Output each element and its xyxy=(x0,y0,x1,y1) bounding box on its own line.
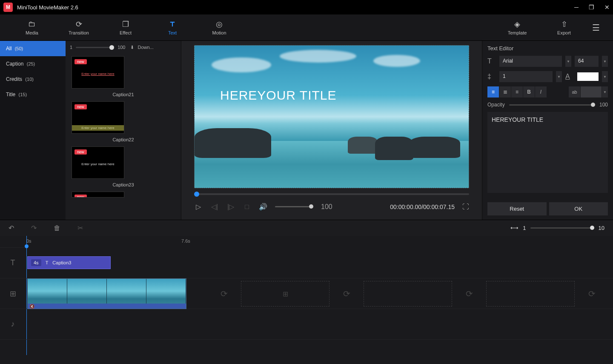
library-item-caption21[interactable]: new Enter your name here Caption21 xyxy=(72,56,175,97)
folder-icon: 🗀 xyxy=(28,20,36,29)
text-clip[interactable]: 4s T Caption3 xyxy=(27,256,111,269)
highlight-color-swatch[interactable] xyxy=(581,86,602,97)
menu-button[interactable]: ☰ xyxy=(587,23,604,33)
redo-button[interactable]: ↷ xyxy=(31,224,37,232)
opacity-slider[interactable] xyxy=(509,104,595,106)
highlight-dropdown-icon[interactable]: ▼ xyxy=(602,86,608,97)
video-track-icon: ⊞ xyxy=(0,278,26,309)
library-toolbar: 1 100 ⬇ Down... xyxy=(66,41,181,54)
clip-mute-icon[interactable]: 🔇 xyxy=(29,304,34,309)
new-badge: new xyxy=(74,59,87,64)
nav-text[interactable]: Text xyxy=(149,20,196,35)
split-button[interactable]: ✂ xyxy=(77,224,83,232)
preview-canvas[interactable]: HEREYOUR TITLE xyxy=(194,45,469,188)
opacity-label: Opacity xyxy=(487,102,505,108)
transition-slot[interactable]: ⟳ xyxy=(211,281,237,307)
new-badge: new xyxy=(74,104,87,109)
volume-icon[interactable]: 🔊 xyxy=(259,203,267,211)
ruler-tick: 0s xyxy=(26,238,32,244)
library-item-caption23[interactable]: new Enter your name here Caption23 xyxy=(72,146,175,187)
text-icon xyxy=(169,20,176,29)
size-dropdown-icon[interactable]: ▼ xyxy=(602,56,608,67)
transition-slot[interactable]: ⟳ xyxy=(334,281,359,307)
nav-template[interactable]: ◈ Template xyxy=(494,20,541,35)
video-track[interactable]: 🔇 ⟳ ⊞ ⟳ ⟳ ⟳ xyxy=(26,278,613,309)
text-track[interactable]: 4s T Caption3 xyxy=(26,248,613,278)
timeline: T ⊞ ♪ 0s 7.6s 4s T Caption3 🔇 ⟳ ⊞ xyxy=(0,236,613,364)
nav-effect[interactable]: ❐ Effect xyxy=(102,20,149,35)
bold-button[interactable]: B xyxy=(523,86,535,97)
font-color-icon: A xyxy=(565,73,574,80)
nav-transition[interactable]: ⟳ Transition xyxy=(55,20,102,35)
category-all[interactable]: All (50) xyxy=(0,41,66,56)
video-clip[interactable]: 🔇 xyxy=(27,278,186,309)
nav-export[interactable]: ⇧ Export xyxy=(541,20,587,35)
category-credits-label: Credits xyxy=(6,76,22,82)
drop-icon: ⊞ xyxy=(283,290,288,298)
nav-text-label: Text xyxy=(168,30,177,35)
thumb-label: Caption22 xyxy=(72,137,175,142)
nav-media-label: Media xyxy=(26,30,38,35)
prev-frame-button[interactable]: ◁| xyxy=(210,203,219,211)
transition-slot[interactable]: ⟳ xyxy=(579,281,604,307)
time-display: 00:00:00.00/00:00:07.15 xyxy=(390,203,455,210)
nav-motion[interactable]: ◎ Motion xyxy=(196,20,243,35)
nav-media[interactable]: 🗀 Media xyxy=(9,20,55,35)
category-title[interactable]: Title (15) xyxy=(0,87,66,102)
scrub-bar[interactable] xyxy=(194,193,469,195)
playback-controls: ▷ ◁| |▷ □ 🔊 100 00:00:00.00/00:00:07.15 … xyxy=(194,203,469,211)
audio-track[interactable] xyxy=(26,309,613,340)
color-dropdown-icon[interactable]: ▼ xyxy=(602,71,608,82)
align-right-button[interactable]: ≡ xyxy=(511,86,523,97)
italic-button[interactable]: I xyxy=(535,86,547,97)
library-item-caption22[interactable]: new Enter your name here Caption22 xyxy=(72,101,175,142)
preview-title-text[interactable]: HEREYOUR TITLE xyxy=(220,88,337,103)
play-button[interactable]: ▷ xyxy=(194,203,203,211)
highlight-button[interactable]: ab xyxy=(569,86,581,97)
timeline-ruler[interactable]: 0s 7.6s xyxy=(26,236,613,248)
fullscreen-button[interactable]: ⛶ xyxy=(462,203,469,211)
video-drop-zone[interactable] xyxy=(364,281,452,307)
download-indicator-icon: ⬇ xyxy=(130,45,134,50)
text-content-input[interactable] xyxy=(487,112,608,193)
category-all-count: (50) xyxy=(15,46,23,51)
ruler-label xyxy=(0,236,26,248)
font-size-input[interactable]: 64 xyxy=(575,56,599,67)
clip-duration: 4s xyxy=(31,259,41,266)
delete-button[interactable]: 🗑 xyxy=(54,224,60,232)
category-caption[interactable]: Caption (25) xyxy=(0,56,66,72)
font-dropdown-icon[interactable]: ▼ xyxy=(565,56,571,67)
reset-button[interactable]: Reset xyxy=(487,202,547,215)
category-credits[interactable]: Credits (10) xyxy=(0,72,66,87)
thumb-label: Caption23 xyxy=(72,182,175,187)
minimize-button[interactable]: ─ xyxy=(574,4,579,11)
volume-slider[interactable] xyxy=(275,206,313,207)
timeline-zoom-max: 10 xyxy=(599,225,604,231)
line-height-select[interactable]: 1 xyxy=(499,71,553,82)
close-button[interactable]: ✕ xyxy=(604,4,610,11)
fit-timeline-icon[interactable]: ⟷ xyxy=(510,225,518,231)
zoom-max: 100 xyxy=(117,45,125,50)
editor-title: Text Editor xyxy=(487,45,608,52)
timeline-zoom-slider[interactable] xyxy=(530,227,594,229)
next-frame-button[interactable]: |▷ xyxy=(226,203,235,211)
font-color-swatch[interactable] xyxy=(577,72,599,81)
thumbnail-zoom-slider[interactable] xyxy=(76,47,114,48)
undo-button[interactable]: ↶ xyxy=(9,224,14,232)
line-dropdown-icon[interactable]: ▼ xyxy=(556,71,562,82)
video-drop-zone[interactable]: ⊞ xyxy=(241,281,329,307)
align-left-button[interactable]: ≡ xyxy=(487,86,499,97)
library-item-partial[interactable]: new xyxy=(72,192,175,198)
ok-button[interactable]: OK xyxy=(549,202,608,215)
line-height-icon: ‡ xyxy=(487,73,496,80)
timeline-zoom-min: 1 xyxy=(523,225,526,231)
maximize-button[interactable]: ❐ xyxy=(589,4,594,11)
video-drop-zone[interactable] xyxy=(486,281,575,307)
thumb-label: Caption21 xyxy=(72,92,175,97)
transition-slot[interactable]: ⟳ xyxy=(456,281,482,307)
font-family-select[interactable]: Arial xyxy=(499,56,562,67)
library-items[interactable]: new Enter your name here Caption21 new E… xyxy=(66,54,181,220)
nav-export-label: Export xyxy=(557,30,571,35)
stop-button[interactable]: □ xyxy=(243,203,251,211)
align-center-button[interactable]: ≣ xyxy=(499,86,511,97)
